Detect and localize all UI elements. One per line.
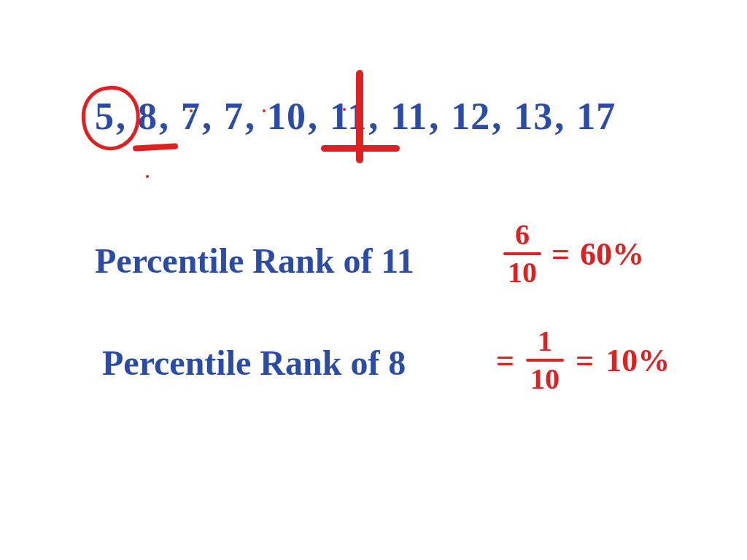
data-value: 12 <box>451 96 490 137</box>
separator: , <box>492 96 502 137</box>
fraction-bar <box>526 359 564 362</box>
percentile-label: Percentile Rank of 8 <box>102 343 406 382</box>
data-value: 10 <box>267 96 306 137</box>
fraction: 6 10 <box>503 220 541 287</box>
stray-mark <box>263 109 266 112</box>
equals-sign: = <box>551 236 570 273</box>
percentile-rank-11-line: Percentile Rank of 11 6 10 = 60% <box>95 241 414 281</box>
fraction-denominator: 10 <box>503 257 541 287</box>
separator: , <box>429 96 439 137</box>
fraction-numerator: 6 <box>503 220 541 251</box>
whiteboard-canvas: 5, 8, 7, 7, 10, 11, 11, 12, 13, 17 Perce… <box>0 0 747 560</box>
stray-mark <box>190 109 193 112</box>
data-value: 5 <box>95 96 115 137</box>
percent-result: 10% <box>605 342 670 379</box>
underline-annotation <box>133 143 178 151</box>
data-value: 17 <box>576 96 616 137</box>
data-value: 8 <box>138 96 158 137</box>
separator: , <box>308 96 318 137</box>
stray-mark <box>343 108 346 111</box>
data-value: 7 <box>224 96 244 137</box>
equals-sign: = <box>496 342 514 379</box>
fraction-bar <box>503 252 541 255</box>
median-split-underline <box>321 145 400 152</box>
stray-mark <box>146 175 149 178</box>
separator: , <box>116 96 126 137</box>
separator: , <box>159 96 169 137</box>
percentile-rank-8-line: Percentile Rank of 8 = 1 10 = 10% <box>102 343 406 383</box>
percent-result: 60% <box>580 236 644 273</box>
data-value: 13 <box>514 96 553 137</box>
equals-sign: = <box>576 342 594 379</box>
data-value: 7 <box>181 96 201 137</box>
fraction-denominator: 10 <box>526 363 564 394</box>
separator: , <box>245 96 255 137</box>
percentile-label: Percentile Rank of 11 <box>95 241 414 280</box>
percentile-8-math: = 1 10 = 10% <box>496 327 670 394</box>
fraction: 1 10 <box>526 327 564 394</box>
percentile-11-math: 6 10 = 60% <box>503 220 644 287</box>
fraction-numerator: 1 <box>526 327 564 357</box>
separator: , <box>554 96 565 137</box>
separator: , <box>202 96 212 137</box>
data-value: 11 <box>390 96 427 137</box>
separator: , <box>368 96 379 137</box>
